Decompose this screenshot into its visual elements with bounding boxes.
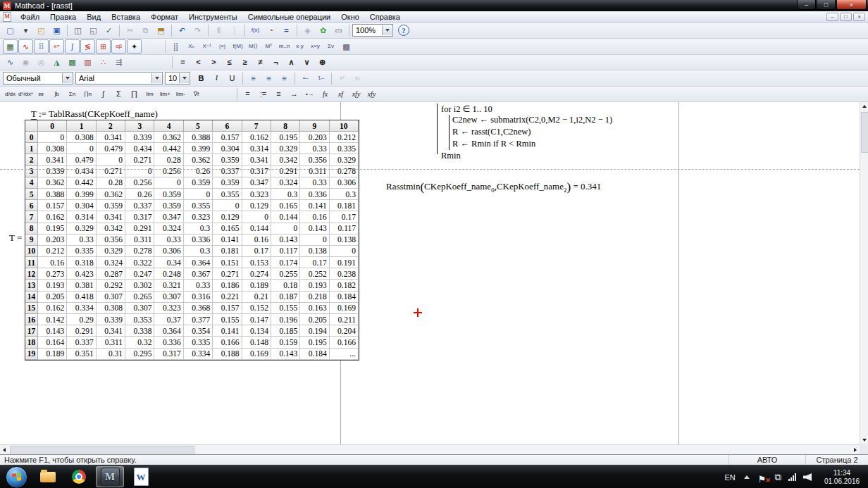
bool-and-button[interactable]: ∧ xyxy=(284,56,299,70)
new-dropdown-button[interactable]: ▾ xyxy=(18,23,33,37)
infinity-button[interactable]: ∞ xyxy=(34,87,49,101)
limit-button[interactable]: lim xyxy=(142,87,157,101)
eval-symbolic-keyword-button[interactable]: •→ xyxy=(302,87,317,101)
show-hidden-icons-arrow[interactable] xyxy=(744,475,750,479)
eval-xfy-button[interactable]: xfy xyxy=(349,87,364,101)
calculus-palette-button[interactable]: ∫ xyxy=(65,39,80,54)
limit-left-button[interactable]: lim- xyxy=(173,87,188,101)
redo-button[interactable]: ↷ xyxy=(190,23,205,37)
transpose-button[interactable]: Mᵀ xyxy=(261,39,276,54)
surface-plot-button[interactable]: ◮ xyxy=(49,56,64,70)
superscript-button[interactable]: x² xyxy=(335,71,349,85)
insert-component-button[interactable]: ◈ xyxy=(300,23,315,37)
symbolics-palette-button[interactable]: ✦ xyxy=(127,39,142,54)
boolean-palette-button[interactable]: ≶ xyxy=(80,39,95,54)
zoom-select[interactable]: 100% xyxy=(352,24,393,37)
limit-right-button[interactable]: lim+ xyxy=(158,87,173,101)
font-dropdown-arrow[interactable] xyxy=(151,73,161,83)
align-left-button[interactable]: ≡ xyxy=(246,71,261,85)
save-button[interactable]: ▣ xyxy=(49,23,64,37)
matrix-palette-button[interactable]: ⠿ xyxy=(34,39,49,54)
scroll-right-arrow[interactable] xyxy=(851,446,860,454)
vectorize-button[interactable]: f(M) xyxy=(230,39,245,54)
result-table-region[interactable]: 012345678910000.3080.3410.3390.3620.3880… xyxy=(25,120,359,361)
eval-xf-button[interactable]: xf xyxy=(333,87,348,101)
derivative-button[interactable]: d/dx xyxy=(3,87,18,101)
eval-global-button[interactable]: ≡ xyxy=(271,87,286,101)
bool-xor-button[interactable]: ⊕ xyxy=(315,56,330,70)
vector-field-plot-button[interactable]: ⇶ xyxy=(111,56,126,70)
style-dropdown-arrow[interactable] xyxy=(62,73,72,83)
subscript-button[interactable]: Xₙ xyxy=(184,39,199,54)
menu-symbolics[interactable]: Символьные операции xyxy=(243,12,336,22)
xy-plot-button[interactable]: ∿ xyxy=(3,56,18,70)
cut-button[interactable]: ✂ xyxy=(123,23,137,37)
align-center-button[interactable]: ≡ xyxy=(261,71,276,85)
language-indicator[interactable]: EN xyxy=(724,473,735,482)
new-button[interactable]: ▢ xyxy=(3,23,18,37)
scatter-plot-button[interactable]: ∴ xyxy=(96,56,111,70)
vertical-scrollbar[interactable] xyxy=(860,102,868,444)
bool-leq-button[interactable]: ≤ xyxy=(222,56,237,70)
zoom-plot-button[interactable]: ◉ xyxy=(18,56,33,70)
action-center-icon[interactable] xyxy=(758,473,768,482)
paste-button[interactable]: ⬒ xyxy=(154,23,168,37)
print-button[interactable]: ◫ xyxy=(70,23,85,37)
menu-tools[interactable]: Инструменты xyxy=(184,12,242,22)
mdi-close-button[interactable]: × xyxy=(853,13,865,21)
taskbar-chrome-button[interactable] xyxy=(65,466,93,487)
insertion-crosshair[interactable] xyxy=(414,308,422,317)
undo-button[interactable]: ↶ xyxy=(175,23,190,37)
horizontal-scrollbar[interactable] xyxy=(0,444,860,454)
align-down-button[interactable]: ⋮ xyxy=(227,23,242,37)
gradient-button[interactable]: ∇f xyxy=(189,87,204,101)
matrix-column-button[interactable]: M⟨⟩ xyxy=(246,39,261,54)
scroll-up-arrow[interactable] xyxy=(860,102,868,111)
nth-derivative-button[interactable]: dⁿ/dxⁿ xyxy=(18,87,33,101)
3d-bar-plot-button[interactable]: ▥ xyxy=(80,56,95,70)
vector-sum-button[interactable]: Σv xyxy=(323,39,338,54)
determinant-button[interactable]: |×| xyxy=(215,39,230,54)
clipboard-tray-icon[interactable] xyxy=(775,472,781,483)
close-button[interactable]: × xyxy=(836,0,867,10)
zoom-dropdown-arrow[interactable] xyxy=(382,25,392,35)
result-expression[interactable]: Rasstmin(CKepKoeff_name0,CKepKoeff_name2… xyxy=(386,180,601,194)
worksheet[interactable]: T := TablRasst(CKepKoeff_name) T = 01234… xyxy=(0,102,860,444)
bool-greater-button[interactable]: > xyxy=(206,56,221,70)
menu-window[interactable]: Окно xyxy=(336,12,364,22)
bool-or-button[interactable]: ∨ xyxy=(299,56,314,70)
volume-icon[interactable] xyxy=(803,473,812,481)
definite-integral-button[interactable]: ∫b xyxy=(49,87,64,101)
picture-button[interactable]: ▩ xyxy=(339,39,354,54)
trace-plot-button[interactable]: ◎ xyxy=(34,56,49,70)
bold-button[interactable]: B xyxy=(194,71,209,85)
menu-format[interactable]: Формат xyxy=(146,12,183,22)
taskbar-mathcad-button[interactable]: M xyxy=(96,466,124,487)
inverse-button[interactable]: X⁻¹ xyxy=(199,39,214,54)
font-size-select[interactable]: 10 xyxy=(165,72,190,85)
dot-product-button[interactable]: x·y xyxy=(292,39,307,54)
contour-plot-button[interactable]: ▩ xyxy=(65,56,80,70)
mdi-minimize-button[interactable]: – xyxy=(826,13,838,21)
open-button[interactable]: ◰ xyxy=(34,23,49,37)
align-across-button[interactable]: ⫴ xyxy=(211,23,226,37)
graph-palette-button[interactable]: ∿ xyxy=(18,39,33,54)
eval-xfy2-button[interactable]: xfy xyxy=(364,87,379,101)
font-select[interactable]: Arial xyxy=(75,72,163,85)
help-button[interactable]: ? xyxy=(398,25,409,36)
bullet-list-button[interactable]: •– xyxy=(298,71,313,85)
italic-button[interactable]: I xyxy=(209,71,224,85)
cross-product-button[interactable]: x×y xyxy=(308,39,323,54)
bool-not-button[interactable]: ¬ xyxy=(268,56,283,70)
subscript-button[interactable]: x₂ xyxy=(350,71,365,85)
bool-neq-button[interactable]: ≠ xyxy=(253,56,268,70)
product-limits-button[interactable]: ∏n xyxy=(80,87,95,101)
clock[interactable]: 11:34 01.06.2016 xyxy=(820,469,864,486)
product-button[interactable]: ∏ xyxy=(127,87,142,101)
font-size-dropdown-arrow[interactable] xyxy=(179,73,189,83)
greek-palette-button[interactable]: αβ xyxy=(111,39,126,54)
insert-matrix-button[interactable]: ⣿ xyxy=(168,39,183,54)
print-preview-button[interactable]: ◱ xyxy=(86,23,101,37)
summation-button[interactable]: Σ xyxy=(111,87,126,101)
summation-limits-button[interactable]: Σn xyxy=(65,87,80,101)
